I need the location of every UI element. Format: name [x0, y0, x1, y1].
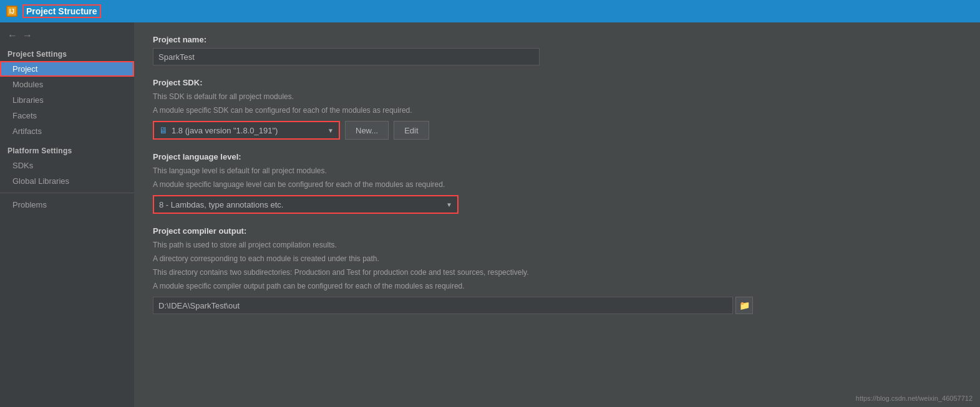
project-sdk-desc1: This SDK is default for all project modu… — [153, 91, 961, 102]
sdk-dropdown-value: 1.8 (java version "1.8.0_191") — [172, 126, 324, 135]
project-name-input[interactable] — [153, 48, 540, 65]
project-lang-label: Project language level: — [153, 152, 961, 161]
output-path-input[interactable] — [153, 297, 733, 314]
nav-arrows: ← → — [0, 27, 134, 46]
project-name-label: Project name: — [153, 35, 961, 44]
window-title: Project Structure — [22, 4, 101, 18]
project-compiler-desc2: A directory corresponding to each module… — [153, 253, 961, 264]
sidebar-item-modules[interactable]: Modules — [0, 77, 134, 92]
project-compiler-desc4: A module specific compiler output path c… — [153, 280, 961, 292]
forward-arrow[interactable]: → — [22, 30, 32, 41]
sdk-edit-button[interactable]: Edit — [394, 121, 429, 140]
output-folder-button[interactable]: 📁 — [735, 297, 753, 314]
sidebar: ← → Project Settings Project Modules Lib… — [0, 22, 134, 407]
project-compiler-desc1: This path is used to store all project c… — [153, 239, 961, 251]
sdk-dropdown-arrow-icon: ▼ — [327, 127, 334, 134]
sdk-folder-icon: 🖥 — [159, 125, 168, 135]
sidebar-item-libraries[interactable]: Libraries — [0, 92, 134, 108]
section-platform-settings: Platform Settings — [0, 143, 134, 158]
project-lang-group: Project language level: This language le… — [153, 152, 961, 214]
project-sdk-group: Project SDK: This SDK is default for all… — [153, 78, 961, 140]
project-sdk-label: Project SDK: — [153, 78, 961, 87]
lang-level-value: 8 - Lambdas, type annotations etc. — [159, 200, 446, 209]
main-layout: ← → Project Settings Project Modules Lib… — [0, 22, 980, 407]
lang-level-arrow-icon: ▼ — [446, 201, 452, 208]
project-lang-desc2: A module specific language level can be … — [153, 179, 961, 190]
section-project-settings: Project Settings — [0, 46, 134, 61]
sdk-row: 🖥 1.8 (java version "1.8.0_191") ▼ New..… — [153, 121, 961, 140]
output-path-row: 📁 — [153, 297, 961, 314]
watermark: https://blog.csdn.net/weixin_46057712 — [856, 395, 973, 402]
project-compiler-desc3: This directory contains two subdirectori… — [153, 267, 961, 278]
title-bar: IJ Project Structure — [0, 0, 980, 22]
project-lang-desc1: This language level is default for all p… — [153, 165, 961, 176]
project-compiler-label: Project compiler output: — [153, 226, 961, 236]
sidebar-item-sdks[interactable]: SDKs — [0, 158, 134, 173]
project-compiler-group: Project compiler output: This path is us… — [153, 226, 961, 314]
sdk-dropdown[interactable]: 🖥 1.8 (java version "1.8.0_191") ▼ — [153, 121, 340, 140]
sidebar-item-artifacts[interactable]: Artifacts — [0, 123, 134, 139]
sidebar-item-global-libraries[interactable]: Global Libraries — [0, 173, 134, 189]
lang-level-dropdown[interactable]: 8 - Lambdas, type annotations etc. ▼ — [153, 195, 458, 214]
sdk-new-button[interactable]: New... — [345, 121, 389, 140]
back-arrow[interactable]: ← — [7, 30, 17, 41]
sidebar-item-project[interactable]: Project — [0, 61, 134, 77]
project-name-group: Project name: — [153, 35, 961, 65]
content-area: Project name: Project SDK: This SDK is d… — [134, 22, 980, 407]
project-sdk-desc2: A module specific SDK can be configured … — [153, 105, 961, 116]
sidebar-item-facets[interactable]: Facets — [0, 108, 134, 123]
sidebar-item-problems[interactable]: Problems — [0, 197, 134, 213]
app-icon: IJ — [6, 6, 17, 17]
